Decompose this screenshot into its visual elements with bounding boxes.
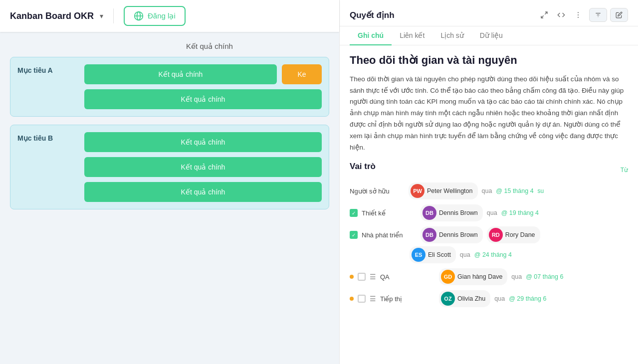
qua-dennis1: qua: [487, 209, 497, 216]
person-chip-eli[interactable]: ES Eli Scott: [410, 246, 456, 263]
role-row-marketing: ☰ Tiếp thị OZ Olivia Zhu qua @ 29 tháng …: [350, 290, 628, 307]
person-name-eli: Eli Scott: [428, 251, 451, 258]
more-options-icon[interactable]: [572, 9, 584, 21]
kanban-content: Kết quả chính Mục tiêu A Kết quả chính K…: [0, 32, 339, 364]
list-icon-qa: ☰: [370, 273, 376, 281]
roles-section: Người sở hữu PW Peter Wellington qua @ 1…: [350, 182, 628, 307]
expand-icon[interactable]: [538, 9, 550, 21]
avatar-olivia: OZ: [441, 292, 455, 306]
list-icon-marketing: ☰: [370, 295, 376, 303]
detail-title: Quyết định: [350, 10, 395, 20]
role-row-owner: Người sở hữu PW Peter Wellington qua @ 1…: [350, 182, 628, 199]
avatar-peter: PW: [411, 184, 425, 198]
checkbox-qa[interactable]: [358, 273, 366, 281]
date-olivia: @ 29 tháng 6: [509, 295, 546, 302]
objective-row-a: Mục tiêu A Kết quả chính Ke Kết quả chín…: [10, 57, 329, 117]
avatar-gian: GD: [441, 270, 455, 284]
avatar-dennis2: DB: [423, 228, 436, 242]
tab-data[interactable]: Dữ liệu: [472, 26, 511, 45]
objective-a-label: Mục tiêu A: [17, 64, 77, 74]
objective-b-label: Mục tiêu B: [17, 132, 77, 142]
column-header: Kết quả chính: [10, 42, 329, 51]
key-results-a: Kết quả chính Ke Kết quả chính: [84, 64, 322, 109]
date-eli: @ 24 tháng 4: [474, 251, 512, 258]
qua-olivia: qua: [494, 295, 505, 302]
svg-line-4: [541, 15, 544, 18]
chevron-down-icon[interactable]: ▾: [100, 12, 103, 20]
person-chip-dennis2[interactable]: DB Dennis Brown: [421, 226, 483, 243]
qa-label: QA: [380, 273, 435, 281]
code-icon[interactable]: [555, 9, 567, 21]
objective-row-b: Mục tiêu B Kết quả chính Kết quả chính K…: [10, 125, 329, 209]
checkbox-marketing[interactable]: [358, 295, 366, 303]
kr-btn-a3[interactable]: Kết quả chính: [84, 89, 322, 109]
checkbox-design[interactable]: ✓: [350, 209, 358, 217]
detail-header: Quyết định: [340, 0, 638, 26]
qua-eli: qua: [460, 251, 470, 258]
qua-gian: qua: [511, 273, 522, 280]
orange-dot-qa: [350, 275, 354, 279]
avatar-eli: ES: [412, 248, 425, 262]
svg-point-5: [578, 12, 579, 13]
filter-settings-button[interactable]: [589, 8, 607, 22]
kr-btn-a1[interactable]: Kết quả chính: [84, 64, 277, 84]
tab-links[interactable]: Liên kết: [392, 26, 432, 45]
right-panel: Quyết định: [339, 0, 638, 364]
person-name-rory: Rory Dane: [505, 231, 535, 238]
kr-btn-a2[interactable]: Ke: [282, 64, 322, 84]
person-chip-dennis1[interactable]: DB Dennis Brown: [421, 204, 483, 221]
design-label: Thiết kế: [362, 209, 417, 217]
developer-label: Nhà phát triển: [362, 231, 417, 239]
person-name-dennis2: Dennis Brown: [439, 231, 478, 238]
person-chip-peter[interactable]: PW Peter Wellington: [409, 182, 478, 199]
owner-label: Người sở hữu: [350, 187, 405, 195]
kr-btn-b3[interactable]: Kết quả chính: [84, 182, 322, 202]
register-button[interactable]: Đăng lại: [124, 6, 186, 26]
orange-dot-marketing: [350, 297, 354, 301]
from-label: Từ: [621, 167, 628, 174]
person-chip-rory[interactable]: RD Rory Dane: [487, 226, 540, 243]
kr-btn-b1[interactable]: Kết quả chính: [84, 132, 322, 152]
edit-settings-button[interactable]: [610, 8, 628, 22]
svg-point-6: [578, 14, 579, 15]
detail-body: Theo dõi thời gian và tài nguyên Theo dõ…: [340, 45, 638, 364]
top-bar: Kanban Board OKR ▾ Đăng lại: [0, 0, 339, 32]
date-gian: @ 07 tháng 6: [526, 273, 563, 280]
roles-section-title: Vai trò: [350, 162, 376, 172]
checkbox-developer[interactable]: ✓: [350, 231, 358, 239]
role-row-qa: ☰ QA GD Gian hàng Dave qua @ 07 tháng 6: [350, 268, 628, 285]
divider: [113, 8, 114, 23]
main-heading: Theo dõi thời gian và tài nguyên: [350, 53, 628, 68]
kr-btn-b2[interactable]: Kết quả chính: [84, 157, 322, 177]
role-row-design: ✓ Thiết kế DB Dennis Brown qua @ 19 thán…: [350, 204, 628, 221]
qua-peter: qua: [482, 187, 492, 194]
tabs-bar: Ghi chú Liên kết Lịch sử Dữ liệu: [340, 26, 638, 45]
key-results-b: Kết quả chính Kết quả chính Kết quả chín…: [84, 132, 322, 202]
avatar-rory: RD: [489, 228, 503, 242]
board-title: Kanban Board OKR: [10, 11, 94, 21]
person-chip-olivia[interactable]: OZ Olivia Zhu: [439, 290, 490, 307]
person-name-dennis1: Dennis Brown: [439, 209, 478, 216]
description-text: Theo dõi thời gian và tài nguyên cho phé…: [350, 74, 628, 154]
tab-history[interactable]: Lịch sử: [432, 26, 471, 45]
role-row-developer: ✓ Nhà phát triển DB Dennis Brown RD Rory…: [350, 226, 628, 263]
register-label: Đăng lại: [148, 11, 176, 20]
detail-actions: [538, 8, 628, 22]
date-dennis1: @ 19 tháng 4: [501, 209, 539, 216]
person-name-gian: Gian hàng Dave: [457, 273, 502, 280]
svg-line-3: [545, 12, 547, 14]
svg-point-7: [578, 17, 579, 18]
tab-notes[interactable]: Ghi chú: [350, 26, 392, 45]
globe-icon: [134, 11, 144, 21]
person-name-peter: Peter Wellington: [427, 187, 473, 194]
marketing-label: Tiếp thị: [380, 295, 435, 303]
person-chip-gian[interactable]: GD Gian hàng Dave: [439, 268, 507, 285]
person-name-olivia: Olivia Zhu: [457, 295, 485, 302]
su-label: su: [538, 187, 544, 194]
icon-settings-group: [589, 8, 628, 22]
left-panel: Kanban Board OKR ▾ Đăng lại Kết quả chín…: [0, 0, 339, 364]
date-peter: @ 15 tháng 4: [496, 187, 533, 194]
avatar-dennis1: DB: [423, 206, 436, 220]
